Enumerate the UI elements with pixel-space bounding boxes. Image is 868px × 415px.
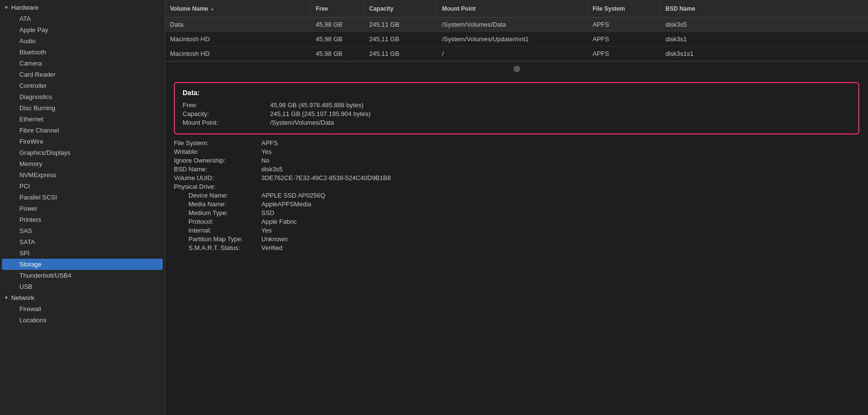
sidebar-item-pci[interactable]: PCI <box>2 181 163 192</box>
sidebar-item-ethernet[interactable]: Ethernet <box>2 114 163 125</box>
highlight-capacity-row: Capacity: 245,11 GB (245.107.195.904 byt… <box>183 110 851 117</box>
sidebar-item-spi[interactable]: SPI <box>2 248 163 259</box>
table-cell: Macintosh HD <box>165 50 311 57</box>
sidebar-item-firewire[interactable]: FireWire <box>2 136 163 147</box>
physical-drive-row: Internal:Yes <box>174 227 859 234</box>
sidebar-item-storage[interactable]: Storage <box>2 259 163 270</box>
sidebar-item-diagnostics[interactable]: Diagnostics <box>2 91 163 102</box>
physical-drive-label: Internal: <box>174 227 261 234</box>
detail-value: APFS <box>261 139 278 147</box>
physical-drive-label: Protocol: <box>174 218 261 225</box>
sidebar-item-sas[interactable]: SAS <box>2 225 163 236</box>
physical-drive-label: Medium Type: <box>174 209 261 216</box>
th-bsd-name[interactable]: BSD Name <box>661 0 868 17</box>
chevron-icon: ▼ <box>4 5 9 10</box>
table-row[interactable]: Data45,98 GB245,11 GB/System/Volumes/Dat… <box>165 17 868 32</box>
detail-label: Physical Drive: <box>174 183 261 190</box>
sidebar-item-usb[interactable]: USB <box>2 281 163 292</box>
th-mount-label: Mount Point <box>442 5 476 12</box>
table-body: Data45,98 GB245,11 GB/System/Volumes/Dat… <box>165 17 868 61</box>
table-cell: disk3s1s1 <box>661 50 868 57</box>
th-filesystem-label: File System <box>593 5 625 12</box>
detail-row: Writable:Yes <box>174 148 859 155</box>
detail-value: 3DE762CE-7E32-49C2-8539-524C40D9B1B8 <box>261 174 391 182</box>
highlight-capacity-label: Capacity: <box>183 110 270 117</box>
physical-drive-value: Verified <box>261 244 282 251</box>
sidebar-item-printers[interactable]: Printers <box>2 214 163 225</box>
sidebar-item-controller[interactable]: Controller <box>2 80 163 91</box>
table-cell: disk3s1 <box>661 35 868 43</box>
physical-drive-value: Apple Fabric <box>261 218 297 225</box>
section-label: Network <box>11 294 34 301</box>
table-cell: disk3s5 <box>661 21 868 28</box>
table-cell: /System/Volumes/Data <box>437 21 588 28</box>
physical-drive-row: Partition Map Type:Unknown <box>174 235 859 243</box>
storage-table-area: Volume Name ▲ Free Capacity Mount Point … <box>165 0 868 62</box>
detail-row: BSD Name:disk3s5 <box>174 166 859 173</box>
physical-drive-label: Media Name: <box>174 200 261 208</box>
highlight-box-title: Data: <box>183 89 851 97</box>
th-volume-name-label: Volume Name <box>170 5 208 12</box>
sidebar-item-camera[interactable]: Camera <box>2 58 163 69</box>
sidebar-item-parallel-scsi[interactable]: Parallel SCSI <box>2 192 163 203</box>
physical-drive-row: Protocol:Apple Fabric <box>174 218 859 225</box>
sidebar-item-power[interactable]: Power <box>2 203 163 214</box>
section-label: Hardware <box>11 4 38 11</box>
sidebar-item-audio[interactable]: Audio <box>2 35 163 47</box>
physical-drive-value: AppleAPFSMedia <box>261 200 311 208</box>
table-cell: 45,98 GB <box>311 50 364 57</box>
table-cell: 245,11 GB <box>364 21 437 28</box>
table-cell: Data <box>165 21 311 28</box>
physical-drive-label: Device Name: <box>174 192 261 199</box>
highlight-free-row: Free: 45,98 GB (45.976.485.888 bytes) <box>183 101 851 109</box>
th-bsd-label: BSD Name <box>665 5 695 12</box>
physical-drive-value: SSD <box>261 209 274 216</box>
highlight-free-value: 45,98 GB (45.976.485.888 bytes) <box>270 101 363 109</box>
chevron-icon: ▼ <box>4 295 9 300</box>
highlight-capacity-value: 245,11 GB (245.107.195.904 bytes) <box>270 110 371 117</box>
sidebar-item-card-reader[interactable]: Card Reader <box>2 69 163 80</box>
detail-row: File System:APFS <box>174 139 859 147</box>
detail-value: No <box>261 157 270 164</box>
sidebar-item-ata[interactable]: ATA <box>2 13 163 24</box>
th-mount-point[interactable]: Mount Point <box>437 0 588 17</box>
scroll-knob[interactable] <box>513 66 520 72</box>
highlight-mount-row: Mount Point: /System/Volumes/Data <box>183 119 851 126</box>
sidebar-item-disc-burning[interactable]: Disc Burning <box>2 102 163 114</box>
sidebar-item-graphics-displays[interactable]: Graphics/Displays <box>2 147 163 158</box>
sidebar-item-sata[interactable]: SATA <box>2 236 163 248</box>
table-cell: 245,11 GB <box>364 50 437 57</box>
sidebar-item-locations[interactable]: Locations <box>2 315 163 326</box>
th-free[interactable]: Free <box>311 0 364 17</box>
detail-area: Data: Free: 45,98 GB (45.976.485.888 byt… <box>165 76 868 415</box>
highlight-mount-label: Mount Point: <box>183 119 270 126</box>
physical-drive-row: Media Name:AppleAPFSMedia <box>174 200 859 208</box>
detail-row: Physical Drive: <box>174 183 859 190</box>
table-cell: Macintosh HD <box>165 35 311 43</box>
th-capacity-label: Capacity <box>369 5 393 12</box>
detail-value: Yes <box>261 148 272 155</box>
detail-label: File System: <box>174 139 261 147</box>
physical-drive-row: S.M.A.R.T. Status:Verified <box>174 244 859 251</box>
sidebar-section-network[interactable]: ▼Network <box>0 292 165 303</box>
sidebar-item-apple-pay[interactable]: Apple Pay <box>2 24 163 35</box>
sidebar-section-hardware[interactable]: ▼Hardware <box>0 2 165 13</box>
table-row[interactable]: Macintosh HD45,98 GB245,11 GB/APFSdisk3s… <box>165 47 868 61</box>
detail-fields-section: File System:APFSWritable:YesIgnore Owner… <box>174 139 859 251</box>
sort-icon: ▲ <box>210 6 214 11</box>
th-file-system[interactable]: File System <box>588 0 661 17</box>
sidebar-item-bluetooth[interactable]: Bluetooth <box>2 47 163 58</box>
physical-drive-label: Partition Map Type: <box>174 235 261 243</box>
sidebar-item-thunderbolt-usb4[interactable]: Thunderbolt/USB4 <box>2 270 163 281</box>
sidebar-item-fibre-channel[interactable]: Fibre Channel <box>2 125 163 136</box>
physical-drive-value: APPLE SSD AP0256Q <box>261 192 325 199</box>
th-volume-name[interactable]: Volume Name ▲ <box>165 0 311 17</box>
sidebar-item-firewall[interactable]: Firewall <box>2 303 163 315</box>
sidebar-item-memory[interactable]: Memory <box>2 158 163 169</box>
table-row[interactable]: Macintosh HD45,98 GB245,11 GB/System/Vol… <box>165 32 868 47</box>
th-capacity[interactable]: Capacity <box>364 0 437 17</box>
table-cell: 245,11 GB <box>364 35 437 43</box>
sidebar-item-nvmexpress[interactable]: NVMExpress <box>2 169 163 181</box>
table-cell: 45,98 GB <box>311 21 364 28</box>
detail-row: Volume UUID:3DE762CE-7E32-49C2-8539-524C… <box>174 174 859 182</box>
